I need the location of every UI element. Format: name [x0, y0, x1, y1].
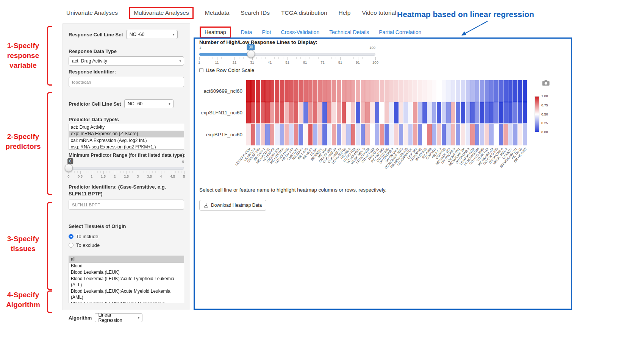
heatmap-cell[interactable] [399, 80, 403, 102]
heatmap-cell[interactable] [351, 102, 356, 124]
heatmap-cell[interactable] [394, 102, 399, 124]
heatmap-cell[interactable] [361, 124, 365, 145]
heatmap-cell[interactable] [489, 102, 494, 124]
heatmap-cell[interactable] [470, 80, 475, 102]
heatmap-cell[interactable] [385, 102, 389, 124]
heatmap-cell[interactable] [351, 124, 356, 145]
lines-slider-handle[interactable] [247, 50, 255, 58]
heatmap-cell[interactable] [313, 102, 317, 124]
tissue-listbox[interactable]: allBloodBlood:Leukemia (LEUK)Blood:Leuke… [69, 256, 184, 303]
heatmap-cell[interactable] [375, 80, 380, 102]
heatmap-row-label[interactable]: act609699_nci60 [195, 80, 245, 102]
heatmap-cell[interactable] [470, 124, 475, 145]
heatmap-cell[interactable] [261, 80, 265, 102]
heatmap-cell[interactable] [427, 124, 432, 145]
heatmap-cell[interactable] [508, 124, 513, 145]
heatmap-cell[interactable] [456, 102, 460, 124]
heatmap-cell[interactable] [523, 80, 527, 102]
heatmap-cell[interactable] [418, 80, 422, 102]
heatmap-cell[interactable] [480, 80, 484, 102]
heatmap-cell[interactable] [385, 80, 389, 102]
heatmap-cell[interactable] [470, 102, 475, 124]
heatmap-cell[interactable] [275, 102, 279, 124]
heatmap-cell[interactable] [403, 80, 408, 102]
heatmap-row-label[interactable]: expBPTF_nci60 [195, 124, 245, 145]
heatmap-cell[interactable] [513, 124, 517, 145]
heatmap-cell[interactable] [356, 124, 360, 145]
heatmap-cell[interactable] [375, 124, 380, 145]
heatmap-cell[interactable] [351, 80, 356, 102]
heatmap-cell[interactable] [442, 124, 446, 145]
heatmap-cell[interactable] [432, 102, 437, 124]
algorithm-select[interactable]: Linear Regression ▾ [95, 313, 142, 322]
heatmap-cell[interactable] [313, 80, 317, 102]
heatmap-cell[interactable] [332, 124, 336, 145]
heatmap-cell[interactable] [413, 102, 417, 124]
heatmap-row-label[interactable]: expSLFN11_nci60 [195, 102, 245, 123]
heatmap-cell[interactable] [284, 102, 289, 124]
heatmap-cell[interactable] [284, 124, 289, 145]
heatmap-cell[interactable] [361, 80, 365, 102]
heatmap-cell[interactable] [299, 102, 303, 124]
listbox-option[interactable]: Blood:Leukemia (LEUK):Chronic Myelogenou… [69, 301, 184, 303]
listbox-option[interactable]: Blood:Leukemia (LEUK) [69, 269, 184, 276]
nav-item-tcga-distribution[interactable]: TCGA distribution [281, 9, 327, 16]
heatmap-cell[interactable] [422, 102, 427, 124]
heatmap-cell[interactable] [403, 124, 408, 145]
listbox-option[interactable]: Blood:Leukemia (LEUK):Acute Myeloid Leuk… [69, 288, 184, 301]
heatmap-cell[interactable] [523, 124, 527, 145]
heatmap-cell[interactable] [318, 102, 322, 124]
heatmap-cell[interactable] [256, 102, 260, 124]
response-cell-line-set-select[interactable]: NCI-60 ▾ [126, 30, 178, 39]
heatmap-cell[interactable] [418, 102, 422, 124]
heatmap-cell[interactable] [303, 80, 308, 102]
heatmap-cell[interactable] [299, 80, 303, 102]
heatmap-cell[interactable] [256, 80, 260, 102]
heatmap-cell[interactable] [489, 124, 494, 145]
heatmap-cell[interactable] [394, 80, 399, 102]
heatmap-cell[interactable] [518, 80, 522, 102]
heatmap-cell[interactable] [403, 102, 408, 124]
nav-item-help[interactable]: Help [339, 9, 351, 16]
predictor-data-type-listbox[interactable]: act: Drug Activityexp: mRNA Expression (… [69, 124, 184, 150]
heatmap-cell[interactable] [480, 124, 484, 145]
heatmap-cell[interactable] [299, 124, 303, 145]
row-color-scale-checkbox[interactable]: Use Row Color Scale [199, 67, 254, 73]
heatmap-cell[interactable] [322, 124, 327, 145]
heatmap-cell[interactable] [475, 80, 480, 102]
heatmap-cell[interactable] [380, 102, 384, 124]
download-heatmap-data-button[interactable]: Download Heatmap Data [199, 200, 266, 211]
heatmap-cell[interactable] [451, 80, 456, 102]
heatmap-cell[interactable] [380, 124, 384, 145]
heatmap-cell[interactable] [427, 80, 432, 102]
heatmap-cell[interactable] [332, 80, 336, 102]
heatmap-cell[interactable] [261, 124, 265, 145]
tab-technical-details[interactable]: Technical Details [329, 29, 369, 35]
heatmap-cell[interactable] [389, 80, 394, 102]
heatmap-cell[interactable] [265, 102, 270, 124]
heatmap-cell[interactable] [446, 102, 451, 124]
heatmap-cell[interactable] [294, 80, 299, 102]
heatmap-cell[interactable] [337, 102, 341, 124]
heatmap-cell[interactable] [265, 80, 270, 102]
heatmap-cell[interactable] [466, 124, 470, 145]
heatmap-cell[interactable] [466, 80, 470, 102]
heatmap-cell[interactable] [442, 102, 446, 124]
heatmap-cell[interactable] [513, 80, 517, 102]
heatmap-cell[interactable] [375, 102, 380, 124]
heatmap-cell[interactable] [365, 80, 370, 102]
heatmap-cell[interactable] [413, 124, 417, 145]
heatmap-cell[interactable] [446, 124, 451, 145]
heatmap-cell[interactable] [303, 124, 308, 145]
heatmap-cell[interactable] [485, 124, 489, 145]
heatmap-cell[interactable] [251, 80, 256, 102]
heatmap-cell[interactable] [456, 80, 460, 102]
heatmap-cell[interactable] [246, 124, 251, 145]
nav-item-video-tutorial[interactable]: Video tutorial [362, 9, 396, 16]
heatmap-cell[interactable] [513, 102, 517, 124]
heatmap-cell[interactable] [523, 102, 527, 124]
heatmap-cell[interactable] [380, 80, 384, 102]
heatmap-cell[interactable] [399, 102, 403, 124]
heatmap-cell[interactable] [280, 102, 284, 124]
heatmap-cell[interactable] [318, 80, 322, 102]
